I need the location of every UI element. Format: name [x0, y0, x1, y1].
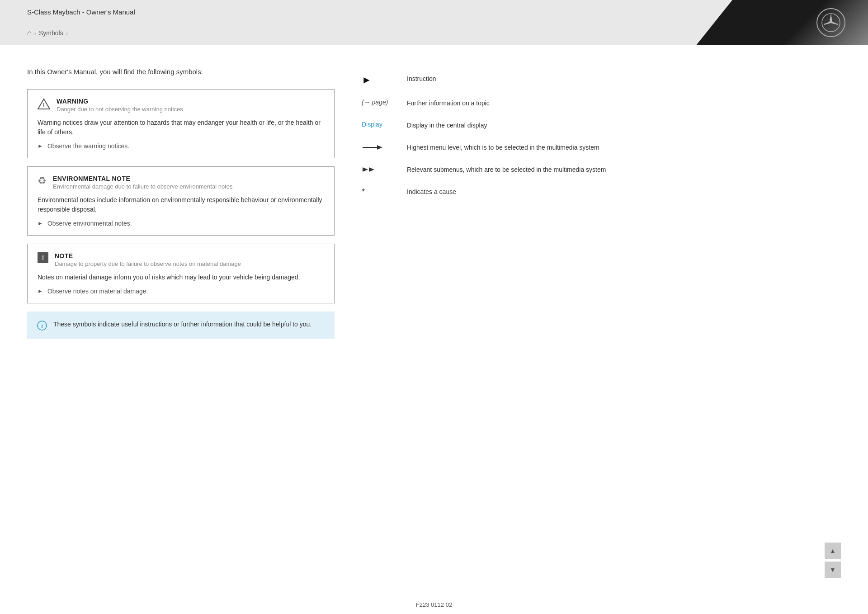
footer: F223 0112 02 [0, 588, 868, 614]
page-ref-icon: (→ page) [362, 99, 388, 106]
symbol-asterisk-label: Indicates a cause [407, 187, 841, 197]
mercedes-star [816, 8, 845, 37]
environmental-title-block: ENVIRONMENTAL NOTE Environmental damage … [53, 175, 232, 190]
environmental-subtitle: Environmental damage due to failure to o… [53, 183, 232, 190]
scroll-down-button[interactable]: ▼ [825, 562, 841, 578]
home-icon[interactable]: ⌂ [27, 29, 32, 37]
nav-arrow-icon [362, 143, 384, 152]
breadcrumb: ⌂ › Symbols › [27, 29, 68, 37]
symbol-instruction-icon-cell: ► [362, 74, 407, 86]
breadcrumb-symbols[interactable]: Symbols [39, 29, 63, 37]
instruction-arrow: ► [38, 143, 43, 149]
note-instruction-text: Observe notes on material damage. [47, 288, 148, 295]
warning-title-block: WARNING Danger due to not observing the … [57, 98, 183, 113]
note-title: NOTE [55, 252, 241, 260]
note-header: ! NOTE Damage to property due to failure… [38, 252, 324, 267]
main-content: In this Owner's Manual, you will find th… [0, 45, 868, 588]
symbol-instruction-label: Instruction [407, 74, 841, 84]
warning-subtitle: Danger due to not observing the warning … [57, 106, 183, 113]
play-arrow-icon: ► [362, 74, 372, 86]
note-title-block: NOTE Damage to property due to failure t… [55, 252, 241, 267]
note-icon: ! [38, 252, 48, 263]
header: S-Class Maybach - Owner's Manual ⌂ › Sym… [0, 0, 868, 45]
note-instruction-arrow: ► [38, 288, 43, 294]
warning-instruction: ► Observe the warning notices. [38, 142, 324, 150]
environmental-instruction-text: Observe environmental notes. [47, 220, 132, 227]
info-box: i These symbols indicate useful instruct… [27, 312, 335, 339]
environmental-icon: ♻ [38, 175, 47, 187]
environmental-header: ♻ ENVIRONMENTAL NOTE Environmental damag… [38, 175, 324, 190]
symbol-display-label: Display in the central display [407, 121, 841, 130]
symbol-double-arrow-icon-cell [362, 165, 407, 174]
double-arrow-icon [362, 165, 384, 174]
symbol-further-info-icon-cell: (→ page) [362, 99, 407, 106]
env-instruction-arrow: ► [38, 220, 43, 227]
note-box: ! NOTE Damage to property due to failure… [27, 244, 335, 303]
symbol-nav-arrow-label: Highest menu level, which is to be selec… [407, 143, 841, 152]
svg-marker-11 [363, 167, 368, 172]
symbol-nav-arrow-icon-cell [362, 143, 407, 152]
header-title: S-Class Maybach - Owner's Manual [0, 8, 135, 16]
environmental-body: Environmental notes include information … [38, 195, 324, 214]
right-column: ► Instruction (→ page) Further informati… [335, 68, 841, 561]
symbol-nav-arrow: Highest menu level, which is to be selec… [362, 137, 841, 159]
warning-body: Warning notices draw your attention to h… [38, 118, 324, 137]
environmental-instruction: ► Observe environmental notes. [38, 220, 324, 227]
info-text: These symbols indicate useful instructio… [53, 320, 311, 329]
left-column: In this Owner's Manual, you will find th… [27, 68, 335, 561]
symbol-instruction: ► Instruction [362, 68, 841, 92]
intro-text: In this Owner's Manual, you will find th… [27, 68, 335, 76]
symbol-display-icon-cell: Display [362, 121, 407, 128]
warning-title: WARNING [57, 98, 183, 105]
note-instruction: ► Observe notes on material damage. [38, 288, 324, 295]
warning-box: ! WARNING Danger due to not observing th… [27, 89, 335, 158]
svg-marker-10 [377, 145, 382, 150]
asterisk-icon: * [362, 187, 365, 197]
symbol-asterisk: * Indicates a cause [362, 181, 841, 203]
note-subtitle: Damage to property due to failure to obs… [55, 260, 241, 267]
warning-instruction-text: Observe the warning notices. [47, 142, 129, 150]
symbol-further-info: (→ page) Further information on a topic [362, 92, 841, 114]
symbol-double-arrow: Relevant submenus, which are to be selec… [362, 159, 841, 181]
note-body: Notes on material damage inform you of r… [38, 273, 324, 282]
logo-area [696, 0, 868, 45]
svg-text:i: i [41, 322, 43, 329]
environmental-box: ♻ ENVIRONMENTAL NOTE Environmental damag… [27, 166, 335, 236]
environmental-title: ENVIRONMENTAL NOTE [53, 175, 232, 182]
breadcrumb-sep-2: › [66, 30, 68, 37]
svg-text:!: ! [43, 102, 45, 109]
scroll-up-button[interactable]: ▲ [825, 543, 841, 559]
warning-header: ! WARNING Danger due to not observing th… [38, 98, 324, 113]
footer-code: F223 0112 02 [416, 601, 452, 608]
breadcrumb-sep-1: › [34, 30, 36, 37]
symbol-display: Display Display in the central display [362, 114, 841, 137]
svg-marker-12 [369, 167, 374, 172]
symbol-asterisk-icon-cell: * [362, 187, 407, 197]
display-icon: Display [362, 121, 382, 128]
warning-icon: ! [38, 98, 50, 110]
scroll-buttons: ▲ ▼ [825, 543, 841, 578]
symbol-double-arrow-label: Relevant submenus, which are to be selec… [407, 165, 841, 175]
info-icon: i [37, 321, 47, 331]
symbol-further-info-label: Further information on a topic [407, 99, 841, 108]
